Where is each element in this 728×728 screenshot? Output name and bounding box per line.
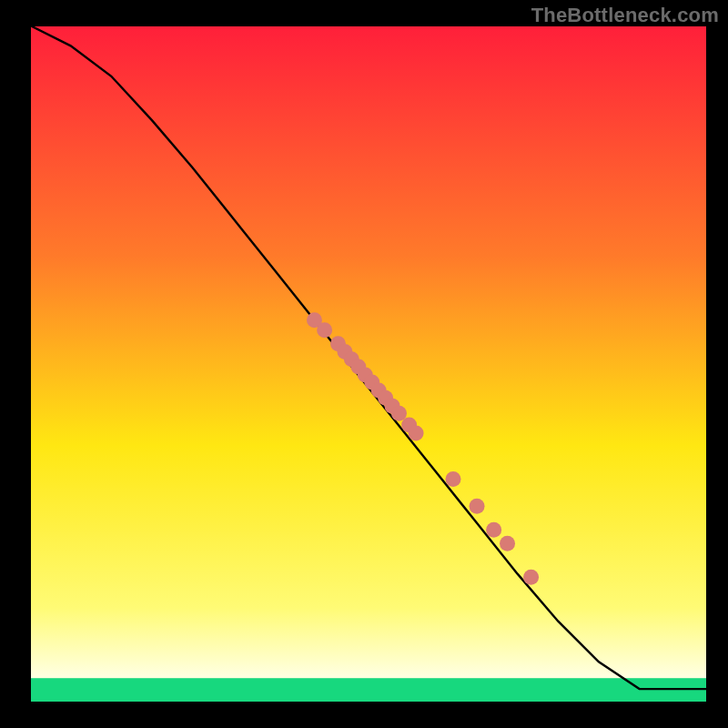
plot-area xyxy=(30,25,707,703)
bottleneck-chart xyxy=(0,0,728,728)
data-marker xyxy=(470,499,485,514)
green-band xyxy=(30,678,707,703)
gradient-background xyxy=(30,25,707,703)
data-marker xyxy=(409,425,424,440)
data-marker xyxy=(500,536,515,551)
data-marker xyxy=(317,322,332,338)
watermark-text: TheBottleneck.com xyxy=(531,4,719,27)
stage: TheBottleneck.com xyxy=(0,0,728,728)
data-marker xyxy=(486,522,501,538)
data-marker xyxy=(446,471,461,487)
data-marker xyxy=(523,570,539,585)
